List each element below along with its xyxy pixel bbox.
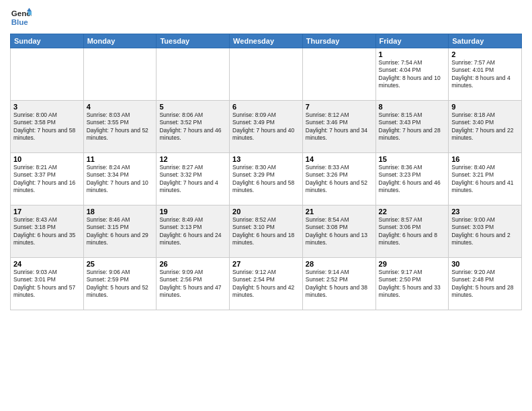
day-info: Sunrise: 8:27 AMSunset: 3:32 PMDaylight:…	[159, 164, 226, 195]
calendar-cell: 29Sunrise: 9:17 AMSunset: 2:50 PMDayligh…	[375, 258, 449, 310]
day-number: 19	[159, 208, 226, 216]
day-number: 9	[451, 103, 519, 111]
day-info: Sunrise: 8:15 AMSunset: 3:43 PMDaylight:…	[379, 111, 446, 142]
calendar-cell: 11Sunrise: 8:24 AMSunset: 3:34 PMDayligh…	[83, 153, 157, 205]
calendar-cell: 30Sunrise: 9:20 AMSunset: 2:48 PMDayligh…	[449, 258, 522, 310]
page-header: General Blue	[10, 7, 522, 28]
day-number: 21	[306, 208, 373, 216]
calendar-cell: 10Sunrise: 8:21 AMSunset: 3:37 PMDayligh…	[11, 153, 84, 205]
day-info: Sunrise: 9:06 AMSunset: 2:59 PMDaylight:…	[87, 269, 154, 300]
logo: General Blue	[10, 7, 32, 28]
day-number: 27	[232, 260, 300, 268]
calendar-cell: 20Sunrise: 8:52 AMSunset: 3:10 PMDayligh…	[230, 205, 303, 258]
day-number: 29	[379, 260, 446, 268]
day-number: 4	[87, 103, 154, 111]
calendar-day-header: Friday	[375, 34, 449, 48]
calendar-cell	[157, 48, 230, 101]
day-number: 5	[159, 103, 226, 111]
calendar-week-row: 10Sunrise: 8:21 AMSunset: 3:37 PMDayligh…	[11, 153, 522, 205]
day-info: Sunrise: 8:43 AMSunset: 3:18 PMDaylight:…	[13, 216, 81, 247]
day-info: Sunrise: 8:00 AMSunset: 3:58 PMDaylight:…	[13, 111, 81, 142]
calendar-cell: 16Sunrise: 8:40 AMSunset: 3:21 PMDayligh…	[449, 153, 522, 205]
calendar-cell: 22Sunrise: 8:57 AMSunset: 3:06 PMDayligh…	[375, 205, 449, 258]
calendar-cell: 27Sunrise: 9:12 AMSunset: 2:54 PMDayligh…	[230, 258, 303, 310]
day-number: 11	[87, 155, 154, 163]
calendar-cell: 23Sunrise: 9:00 AMSunset: 3:03 PMDayligh…	[449, 205, 522, 258]
day-info: Sunrise: 8:12 AMSunset: 3:46 PMDaylight:…	[306, 111, 373, 142]
day-info: Sunrise: 8:57 AMSunset: 3:06 PMDaylight:…	[379, 216, 446, 247]
day-info: Sunrise: 8:09 AMSunset: 3:49 PMDaylight:…	[232, 111, 300, 142]
day-info: Sunrise: 9:09 AMSunset: 2:56 PMDaylight:…	[159, 269, 226, 300]
day-info: Sunrise: 8:54 AMSunset: 3:08 PMDaylight:…	[306, 216, 373, 247]
calendar-cell: 21Sunrise: 8:54 AMSunset: 3:08 PMDayligh…	[302, 205, 375, 258]
calendar-week-row: 24Sunrise: 9:03 AMSunset: 3:01 PMDayligh…	[11, 258, 522, 310]
calendar-cell: 18Sunrise: 8:46 AMSunset: 3:15 PMDayligh…	[83, 205, 157, 258]
calendar-cell: 5Sunrise: 8:06 AMSunset: 3:52 PMDaylight…	[157, 101, 230, 153]
calendar-day-header: Monday	[83, 34, 157, 48]
calendar-cell: 17Sunrise: 8:43 AMSunset: 3:18 PMDayligh…	[11, 205, 84, 258]
calendar-cell: 1Sunrise: 7:54 AMSunset: 4:04 PMDaylight…	[375, 48, 449, 101]
calendar-cell: 2Sunrise: 7:57 AMSunset: 4:01 PMDaylight…	[449, 48, 522, 101]
day-info: Sunrise: 7:54 AMSunset: 4:04 PMDaylight:…	[379, 59, 446, 90]
calendar-cell: 3Sunrise: 8:00 AMSunset: 3:58 PMDaylight…	[11, 101, 84, 153]
day-info: Sunrise: 8:03 AMSunset: 3:55 PMDaylight:…	[87, 111, 154, 142]
day-number: 2	[451, 50, 519, 58]
calendar-cell: 28Sunrise: 9:14 AMSunset: 2:52 PMDayligh…	[302, 258, 375, 310]
day-number: 20	[232, 208, 300, 216]
day-number: 14	[306, 155, 373, 163]
day-number: 7	[306, 103, 373, 111]
calendar-cell: 19Sunrise: 8:49 AMSunset: 3:13 PMDayligh…	[157, 205, 230, 258]
calendar-cell: 24Sunrise: 9:03 AMSunset: 3:01 PMDayligh…	[11, 258, 84, 310]
calendar-week-row: 3Sunrise: 8:00 AMSunset: 3:58 PMDaylight…	[11, 101, 522, 153]
day-info: Sunrise: 8:24 AMSunset: 3:34 PMDaylight:…	[87, 164, 154, 195]
calendar-day-header: Saturday	[449, 34, 522, 48]
day-info: Sunrise: 8:46 AMSunset: 3:15 PMDaylight:…	[87, 216, 154, 247]
day-number: 24	[13, 260, 81, 268]
day-info: Sunrise: 9:14 AMSunset: 2:52 PMDaylight:…	[306, 269, 373, 300]
calendar-cell: 15Sunrise: 8:36 AMSunset: 3:23 PMDayligh…	[375, 153, 449, 205]
calendar-table: SundayMondayTuesdayWednesdayThursdayFrid…	[10, 34, 522, 310]
calendar-cell: 4Sunrise: 8:03 AMSunset: 3:55 PMDaylight…	[83, 101, 157, 153]
day-number: 13	[232, 155, 300, 163]
day-info: Sunrise: 9:03 AMSunset: 3:01 PMDaylight:…	[13, 269, 81, 300]
day-number: 15	[379, 155, 446, 163]
calendar-cell	[302, 48, 375, 101]
svg-text:Blue: Blue	[11, 18, 29, 26]
day-number: 8	[379, 103, 446, 111]
day-info: Sunrise: 8:18 AMSunset: 3:40 PMDaylight:…	[451, 111, 519, 142]
calendar-cell	[230, 48, 303, 101]
calendar-day-header: Tuesday	[157, 34, 230, 48]
calendar-cell: 26Sunrise: 9:09 AMSunset: 2:56 PMDayligh…	[157, 258, 230, 310]
day-number: 3	[13, 103, 81, 111]
calendar-cell: 9Sunrise: 8:18 AMSunset: 3:40 PMDaylight…	[449, 101, 522, 153]
calendar-week-row: 1Sunrise: 7:54 AMSunset: 4:04 PMDaylight…	[11, 48, 522, 101]
day-info: Sunrise: 7:57 AMSunset: 4:01 PMDaylight:…	[451, 59, 519, 90]
day-number: 26	[159, 260, 226, 268]
calendar-cell: 25Sunrise: 9:06 AMSunset: 2:59 PMDayligh…	[83, 258, 157, 310]
day-number: 25	[87, 260, 154, 268]
day-info: Sunrise: 8:52 AMSunset: 3:10 PMDaylight:…	[232, 216, 300, 247]
day-number: 23	[451, 208, 519, 216]
day-info: Sunrise: 8:33 AMSunset: 3:26 PMDaylight:…	[306, 164, 373, 195]
day-info: Sunrise: 8:40 AMSunset: 3:21 PMDaylight:…	[451, 164, 519, 195]
day-info: Sunrise: 9:20 AMSunset: 2:48 PMDaylight:…	[451, 269, 519, 300]
calendar-cell: 6Sunrise: 8:09 AMSunset: 3:49 PMDaylight…	[230, 101, 303, 153]
day-number: 12	[159, 155, 226, 163]
calendar-cell: 12Sunrise: 8:27 AMSunset: 3:32 PMDayligh…	[157, 153, 230, 205]
day-number: 28	[306, 260, 373, 268]
day-number: 1	[379, 50, 446, 58]
calendar-cell: 7Sunrise: 8:12 AMSunset: 3:46 PMDaylight…	[302, 101, 375, 153]
day-info: Sunrise: 9:00 AMSunset: 3:03 PMDaylight:…	[451, 216, 519, 247]
calendar-cell	[83, 48, 157, 101]
calendar-cell: 14Sunrise: 8:33 AMSunset: 3:26 PMDayligh…	[302, 153, 375, 205]
calendar-day-header: Thursday	[302, 34, 375, 48]
calendar-cell	[11, 48, 84, 101]
day-info: Sunrise: 8:49 AMSunset: 3:13 PMDaylight:…	[159, 216, 226, 247]
calendar-header-row: SundayMondayTuesdayWednesdayThursdayFrid…	[11, 34, 522, 48]
day-number: 16	[451, 155, 519, 163]
day-number: 17	[13, 208, 81, 216]
calendar-day-header: Sunday	[11, 34, 84, 48]
day-info: Sunrise: 8:36 AMSunset: 3:23 PMDaylight:…	[379, 164, 446, 195]
day-number: 18	[87, 208, 154, 216]
calendar-week-row: 17Sunrise: 8:43 AMSunset: 3:18 PMDayligh…	[11, 205, 522, 258]
